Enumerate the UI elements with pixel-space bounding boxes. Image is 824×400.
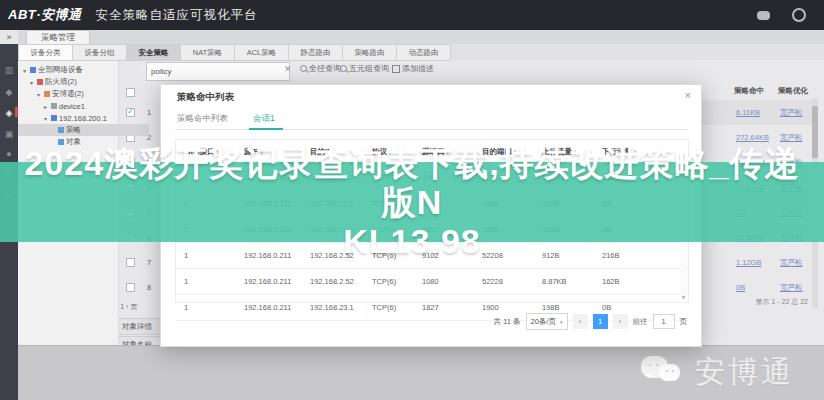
search-icon — [300, 65, 307, 72]
path-query-link[interactable]: 全径查询 — [300, 63, 341, 74]
session-cell: 1 — [184, 277, 244, 286]
policy-optimize-link[interactable]: 宽严检 — [780, 133, 803, 143]
session-cell: 1827 — [422, 303, 482, 312]
prev-page-button[interactable]: ‹ — [573, 314, 588, 329]
next-page-button[interactable]: › — [613, 314, 628, 329]
sub-tab-策略路由[interactable]: 策略路由 — [343, 44, 397, 61]
sub-tab-bar: 设备分类设备分组安全策略NAT策略ACL策略静态路由策略路由动态路由 — [18, 44, 824, 60]
session-cell: 8.87KB — [542, 277, 602, 286]
tree-node-label: 策略 — [66, 125, 81, 135]
page-size-value: 20条/页 — [531, 317, 556, 327]
active-tab-underline — [249, 128, 283, 130]
notification-badge — [15, 107, 18, 117]
modal-tab-policy-hit-list[interactable]: 策略命中列表 — [177, 113, 228, 125]
session-cell: 198B — [542, 303, 602, 312]
session-cell: 1 — [184, 303, 244, 312]
policy-optimize-link[interactable]: 宽严检 — [780, 108, 803, 118]
sub-tab-NAT策略[interactable]: NAT策略 — [181, 44, 235, 61]
tree-node-label: device1 — [59, 102, 85, 111]
sub-tab-设备分组[interactable]: 设备分组 — [73, 44, 127, 61]
tree-pager[interactable]: ‹ 1 › 页 — [116, 302, 137, 312]
pin-icon[interactable]: ◆ — [0, 84, 18, 100]
policy-doc-icon — [58, 127, 64, 133]
row-number: 8 — [147, 283, 151, 292]
clear-search-icon[interactable]: ✕ — [284, 64, 292, 74]
modal-tab-session[interactable]: 会话1 — [253, 113, 275, 125]
policy-search-input[interactable]: policy — [146, 62, 290, 81]
goto-suffix-label: 页 — [680, 317, 688, 327]
column-header-policy-hit: 策略命中 — [734, 86, 764, 96]
tree-node-策略[interactable]: 策略 — [18, 124, 149, 136]
policy-shield-icon[interactable]: ◈ — [0, 105, 18, 121]
tree-node-label: 192.168.200.1 — [59, 114, 107, 123]
tree-node-device1[interactable]: ▸device1 — [18, 100, 142, 112]
tree-caret-icon: ▾ — [35, 91, 42, 98]
session-cell: 162B — [602, 277, 658, 286]
sub-tab-设备分类[interactable]: 设备分类 — [18, 44, 73, 61]
column-header-policy-optimize: 策略优化 — [778, 86, 808, 96]
tree-node-label: 全部网络设备 — [38, 65, 83, 75]
tree-caret-icon: ▾ — [42, 115, 49, 122]
firewall-icon — [37, 79, 43, 85]
app-window: ABT·安博通 安全策略自适应可视化平台 策略管理 设备分类设备分组安全策略NA… — [0, 0, 824, 400]
session-cell: 192.168.0.211 — [244, 303, 310, 312]
tree-node-防火墙(2)[interactable]: ▾防火墙(2) — [18, 76, 128, 88]
row-checkbox[interactable] — [126, 283, 135, 292]
session-cell: TCP(6) — [372, 277, 422, 286]
message-icon[interactable] — [757, 11, 770, 20]
banner-text-line1: 2024澳彩开奖记录查询表下载,持续改进策略_传递版N — [12, 144, 812, 222]
session-cell: TCP(6) — [372, 303, 422, 312]
tree-node-label: 安博通(2) — [52, 89, 84, 99]
sub-tab-静态路由[interactable]: 静态路由 — [289, 44, 343, 61]
background-table-row: 6.11KB宽严检 — [690, 100, 814, 125]
toolbox-icon[interactable]: ▣ — [0, 126, 18, 142]
policy-hit-link[interactable]: 272.64KB — [736, 133, 769, 142]
search-icon — [340, 65, 347, 72]
add-description-label: 添加描述 — [402, 63, 434, 74]
policy-hit-link[interactable]: 0B — [736, 283, 745, 292]
goto-label: 前往 — [633, 317, 648, 327]
goto-page-input[interactable]: 1 — [653, 314, 675, 329]
tab-policy-management[interactable]: 策略管理 — [26, 30, 90, 45]
device-icon — [51, 103, 57, 109]
dashboard-icon[interactable]: ▥ — [0, 62, 18, 78]
sub-tab-安全策略[interactable]: 安全策略 — [127, 44, 181, 61]
tree-node-全部网络设备[interactable]: ▾全部网络设备 — [18, 64, 121, 76]
row-number: 1 — [147, 108, 151, 117]
page-size-select[interactable]: 20条/页 ▾ — [526, 313, 568, 330]
tree-node-安博通(2)[interactable]: ▾安博通(2) — [18, 88, 135, 100]
tree-node-label: 防火墙(2) — [45, 77, 77, 87]
top-bar: ABT·安博通 安全策略自适应可视化平台 — [0, 0, 824, 30]
tree-caret-icon: ▾ — [28, 79, 35, 86]
modal-title: 策略命中列表 — [177, 91, 234, 104]
close-icon[interactable]: × — [685, 89, 691, 101]
five-tuple-query-link[interactable]: 五元组查询 — [340, 63, 389, 74]
tree-caret-icon: ▸ — [42, 103, 49, 110]
left-icon-bar-bottom — [0, 345, 18, 400]
tab-strip: 策略管理 — [18, 30, 824, 44]
modal-pagination: 共 11 条 20条/页 ▾ ‹ 1 › 前往 1 页 — [494, 313, 687, 330]
sub-tab-ACL策略[interactable]: ACL策略 — [235, 44, 289, 61]
sub-tab-动态路由[interactable]: 动态路由 — [397, 44, 451, 61]
tree-caret-icon: ▾ — [21, 67, 28, 74]
policy-hit-link[interactable]: 6.11KB — [736, 108, 760, 117]
refresh-icon[interactable] — [792, 8, 806, 22]
total-count-label: 共 11 条 — [494, 317, 521, 327]
banner-text-line2: KL13.98 — [12, 222, 812, 261]
policy-optimize-link[interactable]: 宽严检 — [780, 283, 803, 293]
vendor-icon — [44, 91, 50, 97]
accordion-object-detail[interactable]: 对象详情 — [113, 318, 161, 335]
network-icon — [30, 67, 36, 73]
add-description-link[interactable]: 添加描述 — [392, 63, 434, 74]
five-tuple-query-label: 五元组查询 — [349, 63, 389, 74]
collapse-icon[interactable]: » — [0, 30, 18, 44]
session-table-row[interactable]: 1192.168.0.211192.168.2.52TCP(6)10805222… — [176, 269, 688, 295]
app-title: 安全策略自适应可视化平台 — [96, 7, 258, 24]
session-cell: 192.168.2.52 — [310, 277, 372, 286]
overlay-banner: 2024澳彩开奖记录查询表下载,持续改进策略_传递版N KL13.98 — [0, 162, 824, 242]
edit-icon — [392, 65, 400, 73]
tree-node-192.168.200.1[interactable]: ▾192.168.200.1 — [18, 112, 142, 124]
page-1-button[interactable]: 1 — [593, 314, 608, 329]
watermark-text: 安博通 — [695, 352, 794, 393]
session-cell: 1080 — [422, 277, 482, 286]
